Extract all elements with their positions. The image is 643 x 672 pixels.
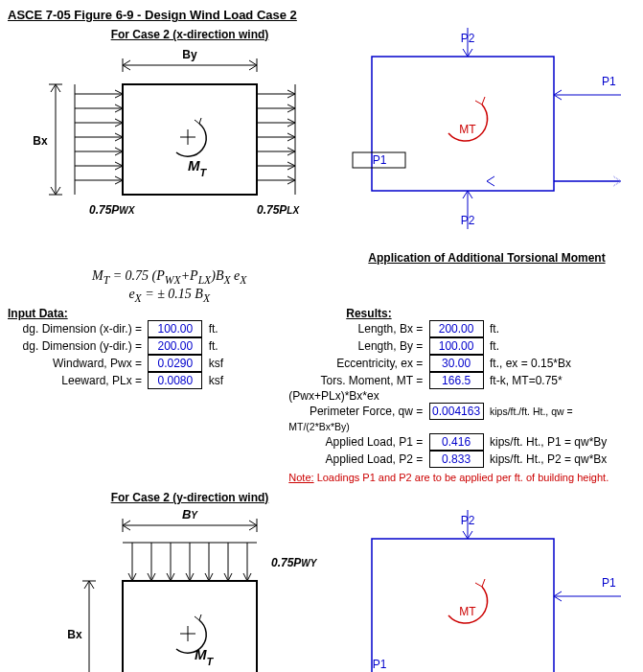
result-bx: 200.00 bbox=[429, 320, 484, 337]
windward-arrows-y bbox=[123, 543, 257, 581]
svg-text:MT: MT bbox=[188, 157, 208, 178]
result-qw: 0.004163 bbox=[429, 403, 484, 420]
app-tors-heading: Application of Additional Torsional Mome… bbox=[368, 251, 605, 265]
svg-text:P1: P1 bbox=[373, 153, 387, 167]
svg-text:0.75PWY: 0.75PWY bbox=[271, 556, 318, 569]
page-title: ASCE 7-05 Figure 6-9 - Design Wind Load … bbox=[8, 8, 635, 22]
leeward-arrows bbox=[257, 84, 295, 195]
input-row: dg. Dimension (y-dir.) = 200.00 ft. bbox=[8, 337, 288, 355]
result-row: Eccentricity, ex = 30.00 ft., ex = 0.15*… bbox=[288, 355, 635, 372]
torsion-diagram-top: P2 P1 P1 P2 bbox=[333, 28, 640, 251]
result-by: 100.00 bbox=[429, 337, 484, 355]
case2x-diagram: By Bx bbox=[8, 41, 333, 236]
result-row: Applied Load, P1 = 0.416 kips/ft. Ht., P… bbox=[288, 433, 635, 451]
svg-text:0.75PWX: 0.75PWX bbox=[89, 203, 136, 217]
input-row: Leeward, PLx = 0.0080 ksf bbox=[8, 372, 288, 389]
result-row: Length, By = 100.00 ft. bbox=[288, 337, 635, 355]
svg-text:P1: P1 bbox=[602, 576, 616, 590]
input-by[interactable]: 200.00 bbox=[148, 337, 202, 355]
result-row: Length, Bx = 200.00 ft. bbox=[288, 320, 635, 337]
result-row: Tors. Moment, MT = 166.5 ft-k, MT=0.75*(… bbox=[288, 372, 635, 403]
svg-text:P1: P1 bbox=[373, 658, 387, 671]
results-heading: Results: bbox=[346, 307, 635, 320]
result-p2: 0.833 bbox=[429, 451, 484, 468]
mt-formula: MT = 0.75 (PWX+PLX)BX eX bbox=[8, 268, 331, 287]
input-plx[interactable]: 0.0080 bbox=[148, 372, 202, 389]
svg-text:Bx: Bx bbox=[67, 628, 82, 641]
svg-text:0.75PLX: 0.75PLX bbox=[257, 203, 300, 217]
result-row: Perimeter Force, qw = 0.004163 kips/ft./… bbox=[288, 403, 635, 433]
svg-text:P1: P1 bbox=[602, 75, 616, 88]
case2x-heading: For Case 2 (x-direction wind) bbox=[111, 28, 269, 41]
svg-rect-47 bbox=[123, 581, 257, 672]
bx-label: Bx bbox=[33, 134, 48, 148]
results-note: Note: Loadings P1 and P2 are to be appli… bbox=[288, 472, 635, 483]
result-ex: 30.00 bbox=[429, 355, 484, 372]
case2y-heading: For Case 2 (y-direction wind) bbox=[111, 491, 269, 504]
ex-formula: eX = ± 0.15 BX bbox=[8, 287, 331, 305]
input-pwx[interactable]: 0.0290 bbox=[148, 355, 202, 372]
result-row: Applied Load, P2 = 0.833 kips/ft. Ht., P… bbox=[288, 451, 635, 468]
svg-text:MT: MT bbox=[459, 123, 476, 136]
result-mt: 166.5 bbox=[429, 372, 484, 389]
svg-text:MT: MT bbox=[195, 646, 215, 667]
torsion-diagram-bottom: P2 P1 P1 MT bbox=[333, 510, 640, 672]
input-row: Windward, Pwx = 0.0290 ksf bbox=[8, 355, 288, 372]
input-row: dg. Dimension (x-dir.) = 100.00 ft. bbox=[8, 320, 288, 337]
svg-rect-6 bbox=[123, 84, 257, 195]
input-bx[interactable]: 100.00 bbox=[148, 320, 202, 337]
result-p1: 0.416 bbox=[429, 433, 484, 451]
case2y-diagram: BY Bx bbox=[8, 504, 333, 672]
svg-text:BY: BY bbox=[182, 507, 198, 521]
by-label: By bbox=[182, 48, 197, 61]
inputs-heading: Input Data: bbox=[8, 307, 288, 320]
svg-text:MT: MT bbox=[459, 605, 476, 618]
windward-arrows bbox=[75, 84, 123, 195]
